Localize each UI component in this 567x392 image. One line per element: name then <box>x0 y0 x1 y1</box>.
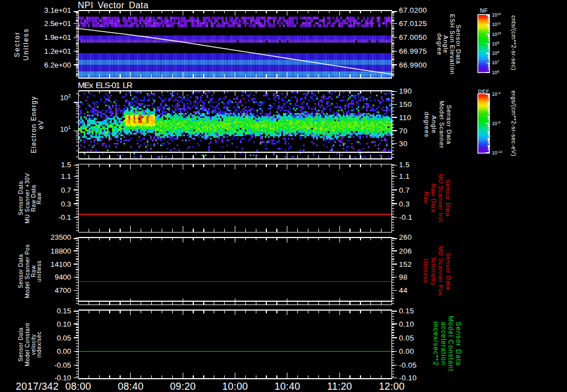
svg-text:-0.1: -0.1 <box>58 213 71 221</box>
svg-text:cnts/(cm**2-sr-sec): cnts/(cm**2-sr-sec) <box>511 16 517 71</box>
svg-text:0.7: 0.7 <box>61 186 71 194</box>
svg-text:98: 98 <box>399 273 408 281</box>
svg-text:Model Scanner Pos: Model Scanner Pos <box>24 244 30 298</box>
svg-text:NPI Vector Data: NPI Vector Data <box>78 1 149 10</box>
svg-text:1.1: 1.1 <box>399 172 410 180</box>
svg-text:190: 190 <box>399 87 412 95</box>
svg-text:Sensor Data: Sensor Data <box>18 254 24 288</box>
svg-text:1.9e+01: 1.9e+01 <box>44 33 71 42</box>
svg-text:ergs/(cm**2-sr-sec-eV): ergs/(cm**2-sr-sec-eV) <box>511 91 517 157</box>
svg-text:Unitless: Unitless <box>422 259 429 283</box>
svg-text:67.0050: 67.0050 <box>399 33 427 42</box>
svg-text:Sector: Sector <box>13 32 21 58</box>
svg-text:MU Scanner InIt: MU Scanner InIt <box>437 174 444 223</box>
svg-text:0.3: 0.3 <box>399 200 410 208</box>
svg-text:Sensor Data: Sensor Data <box>18 181 24 215</box>
svg-text:Model Constant: Model Constant <box>447 316 455 372</box>
svg-text:Angle: Angle <box>431 116 437 134</box>
svg-text:30: 30 <box>399 140 408 148</box>
svg-text:0.10: 0.10 <box>56 320 71 328</box>
svg-text:degree: degree <box>436 33 443 55</box>
svg-text:0.00: 0.00 <box>56 347 71 355</box>
svg-text:degrees: degrees <box>424 112 430 137</box>
svg-text:206: 206 <box>399 247 412 255</box>
svg-text:08:00: 08:00 <box>65 381 91 392</box>
svg-text:70: 70 <box>399 127 408 135</box>
svg-text:67.0200: 67.0200 <box>399 6 427 14</box>
svg-text:6.2e+00: 6.2e+00 <box>44 61 71 69</box>
svg-text:0.10: 0.10 <box>399 320 414 328</box>
svg-text:152: 152 <box>399 260 412 269</box>
svg-text:Raw: Raw <box>36 192 42 204</box>
svg-text:MEx ELS-01 LR: MEx ELS-01 LR <box>78 80 133 90</box>
svg-text:10:00: 10:00 <box>222 381 248 392</box>
svg-text:14100: 14100 <box>50 260 71 269</box>
svg-text:11:20: 11:20 <box>327 381 352 392</box>
svg-text:Sensor Data: Sensor Data <box>455 24 462 64</box>
svg-text:0.05: 0.05 <box>399 334 414 342</box>
svg-text:Sensor Data: Sensor Data <box>445 252 452 290</box>
svg-text:unitless: unitless <box>36 260 42 282</box>
svg-text:1.5: 1.5 <box>399 161 410 169</box>
svg-text:2.5e+01: 2.5e+01 <box>44 19 71 28</box>
svg-text:110: 110 <box>399 114 411 122</box>
svg-text:-0.05: -0.05 <box>399 361 417 369</box>
svg-text:Sensor Data: Sensor Data <box>455 322 462 366</box>
svg-text:150: 150 <box>399 100 412 109</box>
svg-text:Sensor Data: Sensor Data <box>18 327 24 362</box>
svg-text:Unitless: Unitless <box>22 28 30 61</box>
svg-text:1.2e+01: 1.2e+01 <box>44 47 71 55</box>
svg-text:0.3: 0.3 <box>61 200 71 208</box>
svg-text:NF: NF <box>480 8 488 14</box>
svg-text:ESH Sun Elevation: ESH Sun Elevation <box>449 14 456 75</box>
svg-text:23500: 23500 <box>50 233 71 241</box>
svg-text:-0.1: -0.1 <box>399 213 413 221</box>
svg-text:44: 44 <box>399 286 408 295</box>
svg-text:4700: 4700 <box>55 286 71 295</box>
svg-text:0.05: 0.05 <box>56 334 71 342</box>
svg-text:260: 260 <box>399 233 412 241</box>
svg-text:Raw: Raw <box>423 192 430 205</box>
svg-text:1.1: 1.1 <box>61 172 71 180</box>
svg-text:1.5: 1.5 <box>61 161 71 169</box>
svg-text:acceleration: acceleration <box>440 322 447 365</box>
svg-text:Sensor Data: Sensor Data <box>445 179 451 217</box>
svg-text:9400: 9400 <box>55 273 71 281</box>
svg-text:66.9900: 66.9900 <box>399 61 427 69</box>
svg-text:Raw Data: Raw Data <box>430 183 437 213</box>
svg-text:Angle: Angle <box>442 35 449 54</box>
svg-text:10:40: 10:40 <box>275 381 301 392</box>
svg-text:66.9975: 66.9975 <box>399 47 427 55</box>
svg-text:eV: eV <box>37 120 45 129</box>
svg-text:0.15: 0.15 <box>399 307 414 315</box>
svg-text:DEF: DEF <box>478 88 489 94</box>
svg-text:Model Constant: Model Constant <box>24 323 30 366</box>
svg-text:incex/sec**2: incex/sec**2 <box>432 322 440 366</box>
svg-text:Sensor Data: Sensor Data <box>446 105 452 145</box>
svg-text:MU Scanner +30V: MU Scanner +30V <box>24 173 30 223</box>
svg-text:0.7: 0.7 <box>399 186 410 194</box>
svg-text:0.00: 0.00 <box>399 347 414 355</box>
svg-text:2017/342: 2017/342 <box>16 381 59 392</box>
svg-text:-0.05: -0.05 <box>54 361 71 369</box>
svg-text:3.1e+01: 3.1e+01 <box>44 6 71 14</box>
svg-text:MU Scanner Pos: MU Scanner Pos <box>437 246 444 296</box>
svg-text:index/sec: index/sec <box>36 332 42 358</box>
svg-text:0.15: 0.15 <box>56 307 71 315</box>
svg-text:12:00: 12:00 <box>379 381 405 392</box>
svg-text:Telemetry: Telemetry <box>430 256 437 286</box>
svg-text:67.0125: 67.0125 <box>399 19 427 28</box>
svg-text:18800: 18800 <box>50 247 71 255</box>
svg-text:09:20: 09:20 <box>170 381 196 392</box>
svg-text:08:40: 08:40 <box>118 381 144 392</box>
svg-text:Model Scanner: Model Scanner <box>439 101 445 148</box>
